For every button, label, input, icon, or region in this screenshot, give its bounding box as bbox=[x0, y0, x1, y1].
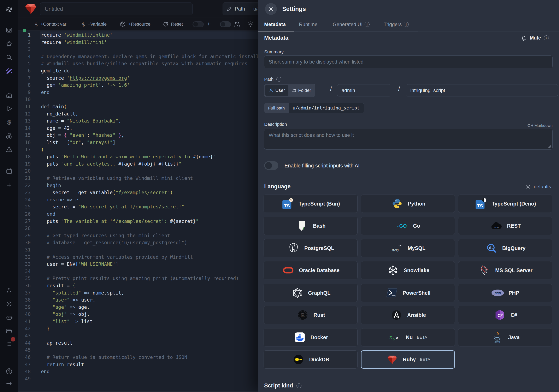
language-card-docker[interactable]: Docker bbox=[264, 328, 358, 346]
language-card-ansible[interactable]: Ansible bbox=[361, 306, 455, 324]
language-label: MySQL bbox=[408, 245, 426, 251]
tab-generated-ui[interactable]: Generated UIi bbox=[333, 18, 370, 31]
plus-minus-icon: ± bbox=[206, 21, 211, 28]
tab-metadata[interactable]: Metadata bbox=[264, 18, 286, 31]
add-context-var-button[interactable]: $ +Context var bbox=[34, 18, 66, 31]
multiplayer-toggle-switch[interactable] bbox=[220, 21, 231, 27]
collapse-arrow-icon[interactable] bbox=[5, 380, 13, 387]
audit-logs-list-icon[interactable] bbox=[5, 340, 13, 348]
active-tab-underline bbox=[258, 31, 294, 31]
bash-icon: $ bbox=[295, 220, 309, 231]
editor-settings-button[interactable] bbox=[247, 18, 254, 31]
path-separator: / bbox=[398, 85, 400, 93]
language-card-python[interactable]: Python bbox=[361, 195, 455, 213]
nu-icon: nu> bbox=[388, 333, 402, 341]
search-icon[interactable] bbox=[5, 54, 13, 61]
path-name-input[interactable]: intriguing_script bbox=[406, 84, 558, 96]
tab-triggers[interactable]: Triggersi bbox=[384, 18, 409, 31]
typescript-bun-icon: TS bbox=[281, 198, 294, 210]
language-label: Snowflake bbox=[404, 267, 429, 273]
resources-cubes-icon[interactable] bbox=[5, 132, 13, 140]
language-card-postgresql[interactable]: PostgreSQL bbox=[264, 239, 358, 257]
schedules-calendar-icon[interactable] bbox=[5, 168, 13, 175]
close-button[interactable] bbox=[265, 3, 277, 15]
create-plus-icon[interactable] bbox=[5, 182, 13, 189]
language-card-nu[interactable]: nu>NuBETA bbox=[361, 328, 455, 346]
language-card-duckdb[interactable]: DuckDB bbox=[264, 350, 358, 369]
diff-toggle[interactable]: ± bbox=[193, 18, 211, 31]
owner-kind-segmented-control: User Folder bbox=[264, 84, 315, 97]
docker-icon bbox=[293, 332, 307, 343]
language-card-ruby[interactable]: RubyBETA bbox=[361, 350, 455, 369]
user-icon bbox=[269, 88, 273, 93]
info-icon: i bbox=[365, 22, 370, 27]
beta-badge: BETA bbox=[417, 335, 427, 340]
account-user-icon[interactable] bbox=[5, 287, 13, 294]
add-resource-button[interactable]: +Resource bbox=[120, 18, 150, 31]
language-card-php[interactable]: phpPHP bbox=[458, 284, 552, 302]
language-card-bigquery[interactable]: BigQuery bbox=[458, 239, 552, 257]
tab-runtime[interactable]: Runtime bbox=[299, 18, 317, 31]
duckdb-icon bbox=[292, 354, 305, 365]
java-icon: Java bbox=[491, 332, 504, 343]
settings-gear-icon[interactable] bbox=[5, 300, 13, 308]
language-card-typescript-deno[interactable]: TSTypeScript (Deno) bbox=[458, 195, 552, 213]
path-owner-input[interactable]: admin bbox=[337, 84, 391, 96]
language-card-graphql[interactable]: GraphQL bbox=[264, 284, 358, 302]
favorites-star-icon[interactable] bbox=[5, 40, 13, 48]
language-card-powershell[interactable]: PowerShell bbox=[361, 284, 455, 302]
language-label: PHP bbox=[509, 290, 519, 296]
dollar-icon: $ bbox=[82, 21, 85, 27]
rest-icon: HTTP bbox=[490, 221, 503, 230]
language-label: GraphQL bbox=[308, 290, 330, 296]
ruby-icon bbox=[385, 354, 399, 365]
language-card-oracle[interactable]: Oracle Database bbox=[264, 261, 358, 279]
notification-badge bbox=[11, 337, 15, 341]
language-card-rust[interactable]: RRust bbox=[264, 306, 358, 324]
gear-icon bbox=[525, 184, 531, 190]
workers-robot-icon[interactable] bbox=[5, 314, 13, 321]
description-textarea[interactable]: What this script does and how to use it bbox=[264, 129, 553, 150]
mute-button[interactable]: Mute i bbox=[521, 35, 549, 41]
owner-kind-folder-option[interactable]: Folder bbox=[289, 85, 314, 96]
diff-toggle-switch[interactable] bbox=[193, 21, 204, 27]
language-defaults-button[interactable]: defaults bbox=[525, 184, 551, 190]
language-card-bash[interactable]: $Bash bbox=[264, 217, 358, 235]
runs-play-icon[interactable] bbox=[5, 105, 13, 112]
svg-text:u: u bbox=[392, 336, 396, 341]
language-card-java[interactable]: JavaJava bbox=[458, 328, 552, 346]
multiplayer-toggle[interactable] bbox=[220, 18, 240, 31]
svg-text:>: > bbox=[396, 335, 398, 340]
language-card-snowflake[interactable]: Snowflake bbox=[361, 261, 455, 279]
add-variable-label: +Variable bbox=[88, 21, 107, 27]
resize-handle[interactable] bbox=[547, 144, 551, 148]
language-card-go[interactable]: GOGo bbox=[361, 217, 455, 235]
ai-fill-toggle[interactable] bbox=[264, 161, 278, 170]
language-label: DuckDB bbox=[309, 357, 329, 363]
ai-fill-row: Enable filling script inputs with AI bbox=[264, 161, 360, 170]
reset-button[interactable]: Reset bbox=[163, 18, 183, 31]
help-icon[interactable] bbox=[5, 368, 13, 375]
home-icon[interactable] bbox=[5, 91, 13, 99]
info-icon: i bbox=[276, 77, 281, 82]
language-card-mysql[interactable]: MySQLMySQL bbox=[361, 239, 455, 257]
folders-icon[interactable] bbox=[5, 328, 13, 335]
language-card-rest[interactable]: HTTPREST bbox=[458, 217, 552, 235]
add-variable-button[interactable]: $ +Variable bbox=[82, 18, 107, 31]
script-title-input[interactable]: Untitled bbox=[40, 2, 193, 15]
triggers-prism-icon[interactable] bbox=[5, 146, 13, 153]
language-label: TypeScript (Bun) bbox=[298, 201, 340, 207]
drawer-header: Settings bbox=[258, 0, 559, 18]
owner-kind-user-option[interactable]: User bbox=[265, 85, 289, 96]
language-card-mssql[interactable]: MS SQL Server bbox=[458, 261, 552, 279]
bigquery-icon bbox=[485, 243, 498, 254]
variables-dollar-icon[interactable]: $ bbox=[5, 119, 13, 126]
full-path-display: Full path u/admin/intriguing_script bbox=[264, 103, 364, 113]
workspace-switcher-icon[interactable] bbox=[5, 27, 13, 34]
language-card-typescript-bun[interactable]: TSTypeScript (Bun) bbox=[264, 195, 358, 213]
bell-icon bbox=[521, 35, 527, 41]
package-icon bbox=[120, 21, 126, 27]
ai-wand-icon[interactable] bbox=[5, 67, 13, 75]
summary-input[interactable]: Short summary to be displayed when liste… bbox=[264, 55, 553, 68]
language-card-csharp[interactable]: C#C# bbox=[458, 306, 552, 324]
